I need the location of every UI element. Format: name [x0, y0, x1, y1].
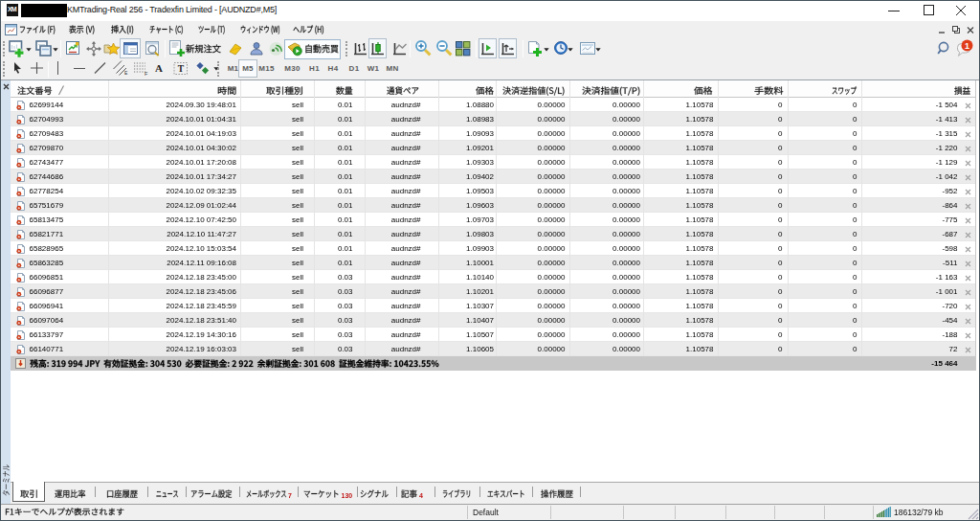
svg-text:E: E	[124, 70, 128, 76]
svg-text:F: F	[145, 71, 148, 77]
svg-text:T: T	[178, 64, 185, 74]
svg-text:1: 1	[965, 41, 969, 51]
